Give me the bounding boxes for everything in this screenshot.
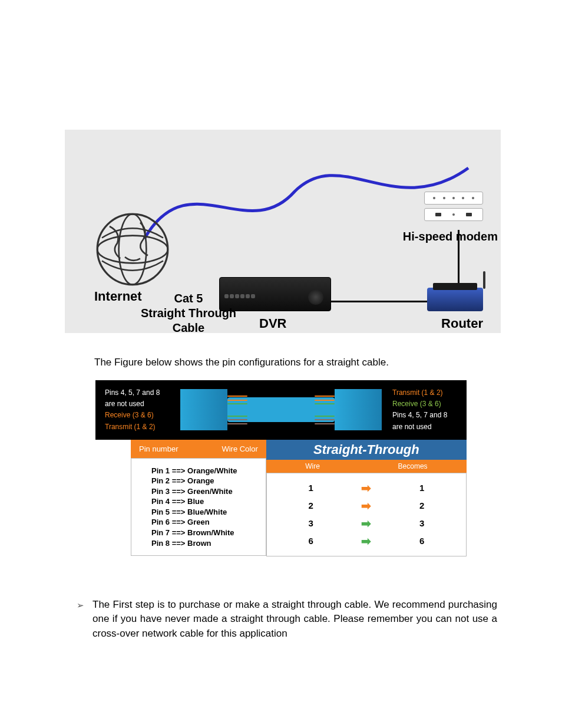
rj45-right-icon bbox=[335, 389, 382, 430]
pin-entry: Pin 5 ==> Blue/White bbox=[151, 507, 246, 518]
cable-type-line1: Cat 5 bbox=[133, 291, 244, 306]
arrow-icon: ➡ bbox=[361, 481, 371, 495]
subheader-becomes: Becomes bbox=[398, 462, 428, 470]
rj45-left-icon bbox=[180, 389, 227, 430]
arrow-icon: ➡ bbox=[361, 534, 371, 548]
pin-color-list: Pin 1 ==> Orange/WhitePin 2 ==> OrangePi… bbox=[131, 458, 266, 556]
instructions-list: ➢ The First step is to purchase or make … bbox=[77, 598, 497, 641]
arrow-icon: ➡ bbox=[361, 499, 371, 513]
network-topology-diagram: Internet Hi-speed modem Cat 5 Straight T… bbox=[65, 130, 501, 333]
straight-through-header: Straight-Through bbox=[266, 440, 467, 460]
map-to: 3 bbox=[419, 518, 424, 528]
header-pin-number: Pin number bbox=[139, 444, 178, 453]
left-unused-label: Pins 4, 5, 7 and 8 are not used bbox=[105, 387, 170, 410]
cable-wiring-illustration: Pins 4, 5, 7 and 8 are not used Receive … bbox=[95, 380, 467, 440]
pin-entry: Pin 7 ==> Brown/White bbox=[151, 528, 246, 538]
map-to: 6 bbox=[419, 536, 424, 546]
mapping-subheader: Wire Becomes bbox=[266, 460, 467, 473]
internet-globe-icon bbox=[94, 211, 171, 288]
subheader-wire: Wire bbox=[305, 462, 320, 470]
table-row: 1➡1 bbox=[267, 479, 466, 497]
table-row: 6➡6 bbox=[267, 532, 466, 550]
left-pin-labels: Pins 4, 5, 7 and 8 are not used Receive … bbox=[105, 387, 170, 433]
pin-mapping-table: 1➡12➡23➡36➡6 bbox=[266, 473, 467, 556]
dvr-label: DVR bbox=[259, 316, 286, 331]
map-from: 6 bbox=[309, 536, 313, 546]
right-unused-label: Pins 4, 5, 7 and 8 are not used bbox=[392, 410, 457, 432]
router-icon bbox=[427, 288, 483, 311]
cable-type-line2: Straight Through bbox=[133, 306, 244, 321]
dvr-router-line bbox=[330, 301, 430, 302]
pin-entry: Pin 3 ==> Green/White bbox=[151, 486, 246, 497]
pin-entry: Pin 2 ==> Orange bbox=[151, 476, 246, 486]
list-item: ➢ The First step is to purchase or make … bbox=[77, 598, 497, 641]
table-row: 3➡3 bbox=[267, 515, 466, 532]
svg-point-1 bbox=[97, 236, 168, 263]
modem-label: Hi-speed modem bbox=[403, 230, 498, 243]
bullet-icon: ➢ bbox=[77, 598, 84, 641]
pin-config-diagram: Pins 4, 5, 7 and 8 are not used Receive … bbox=[95, 380, 467, 556]
figure-caption: The Figure below shows the pin configura… bbox=[94, 357, 497, 368]
pin-entry: Pin 4 ==> Blue bbox=[151, 496, 246, 507]
router-label: Router bbox=[441, 316, 483, 331]
map-from: 1 bbox=[309, 483, 313, 493]
table-row: 2➡2 bbox=[267, 497, 466, 515]
modem-icon bbox=[424, 192, 489, 227]
svg-point-0 bbox=[97, 214, 168, 285]
bullet-text: The First step is to purchase or make a … bbox=[92, 598, 497, 641]
map-from: 3 bbox=[309, 518, 313, 528]
right-receive-label: Receive (3 & 6) bbox=[392, 398, 457, 410]
pin-entry: Pin 6 ==> Green bbox=[151, 517, 246, 528]
left-receive-label: Receive (3 & 6) bbox=[105, 410, 170, 421]
left-transmit-label: Transmit (1 & 2) bbox=[105, 421, 170, 433]
right-pin-labels: Transmit (1 & 2) Receive (3 & 6) Pins 4,… bbox=[392, 387, 457, 433]
arrow-icon: ➡ bbox=[361, 516, 371, 531]
header-wire-color: Wire Color bbox=[222, 444, 257, 453]
cable-type-line3: Cable bbox=[133, 321, 244, 333]
map-to: 2 bbox=[419, 500, 424, 510]
pin-color-header: Pin number Wire Color bbox=[131, 440, 266, 458]
right-transmit-label: Transmit (1 & 2) bbox=[392, 387, 457, 398]
cable-type-label: Cat 5 Straight Through Cable bbox=[133, 291, 244, 333]
map-from: 2 bbox=[309, 500, 313, 510]
pin-entry: Pin 8 ==> Brown bbox=[151, 538, 246, 549]
map-to: 1 bbox=[419, 483, 424, 493]
pin-entry: Pin 1 ==> Orange/White bbox=[151, 466, 246, 476]
